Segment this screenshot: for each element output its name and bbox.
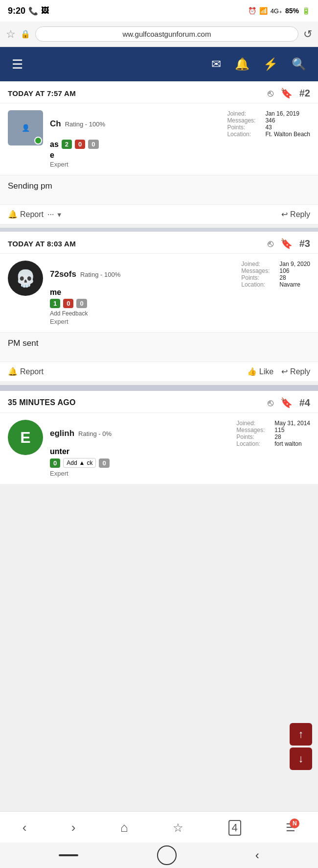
reply-button-2[interactable]: ↩ Reply: [281, 210, 310, 219]
back-icon: ‹: [23, 820, 27, 835]
browser-bar: ☆ 🔒 ww.gulfcoastgunforum.com ↺: [0, 22, 318, 47]
star-icon: ☆: [173, 821, 183, 835]
bell-report-icon-2: 🔔: [8, 210, 18, 219]
username-3: 72sofs: [50, 269, 76, 279]
lock-icon: 🔒: [21, 29, 30, 39]
badge-positive-2: 2: [62, 140, 72, 149]
share-icon-2[interactable]: ⎋: [268, 88, 273, 99]
refresh-icon[interactable]: ↺: [303, 28, 312, 41]
search-icon[interactable]: 🔍: [292, 57, 306, 71]
avatar-4: E: [8, 420, 43, 455]
like-button-3[interactable]: 👍 Like: [247, 367, 273, 376]
phone-icon: 📞: [28, 6, 38, 16]
rating-4: Rating - 0%: [78, 430, 112, 437]
scroll-down-button[interactable]: ↓: [290, 747, 312, 770]
post-card-4: 35 MINUTES AGO ⎋ 🔖 #4 E eglinh Rating - …: [0, 391, 318, 484]
bell-report-icon-3: 🔔: [8, 367, 18, 376]
bolt-icon[interactable]: ⚡: [263, 57, 278, 71]
post-card-2: TODAY AT 7:57 AM ⎋ 🔖 #2 👤 Ch Rating - 10…: [0, 81, 318, 224]
bookmark-icon-3[interactable]: 🔖: [280, 238, 293, 249]
bell-icon[interactable]: 🔔: [235, 57, 250, 71]
battery-icon: 🔋: [302, 7, 310, 15]
username-row-2: Ch Rating - 100% Joined: Jan 16, 2019 Me…: [50, 110, 310, 138]
image-icon: 🖼: [41, 6, 49, 15]
post-number-3: #3: [299, 238, 310, 249]
username-part2-4: unter: [50, 447, 310, 456]
url-bar[interactable]: ww.gulfcoastgunforum.com: [35, 26, 298, 42]
bottom-nav: ‹ › ⌂ ☆ 4 ☰ N: [0, 811, 318, 843]
post-number-4: #4: [299, 397, 310, 409]
share-icon-3[interactable]: ⎋: [268, 238, 273, 249]
post-header-2: TODAY AT 7:57 AM ⎋ 🔖 #2: [0, 81, 318, 103]
alarm-icon: ⏰: [248, 7, 256, 15]
avatar-3: 💀: [8, 261, 43, 296]
footer-left-2: 🔔 Report ··· ▼: [8, 210, 63, 219]
more-button-2[interactable]: ··· ▼: [47, 210, 63, 219]
footer-right-2: ↩ Reply: [281, 210, 310, 219]
nav-home-circle[interactable]: [157, 845, 177, 865]
share-icon-4[interactable]: ⎋: [268, 397, 273, 409]
section-divider-2: [0, 385, 318, 391]
mail-icon[interactable]: ✉: [211, 57, 221, 71]
wifi-icon: 📶: [259, 7, 268, 15]
user-role-2: Expert: [50, 161, 310, 168]
dropdown-arrow-2: ▼: [56, 211, 63, 218]
footer-left-3: 🔔 Report: [8, 367, 44, 376]
hamburger-menu[interactable]: ☰: [12, 57, 23, 72]
nav-indicator-lines[interactable]: [59, 854, 78, 856]
user-stats-2: Joined: Jan 16, 2019 Messages: 346 Point…: [227, 110, 310, 138]
signal-icon: 4G₊: [271, 7, 282, 15]
badge-neutral-4: 0: [99, 458, 109, 468]
user-info-3: 72sofs Rating - 100% Joined: Jan 9, 2020…: [50, 261, 310, 325]
username-4: eglinh: [50, 429, 74, 438]
post-timestamp-4: 35 MINUTES AGO: [8, 398, 76, 407]
notification-badge: N: [290, 819, 299, 828]
user-role-3: Expert: [50, 318, 310, 325]
bookmark-icon-2[interactable]: 🔖: [280, 87, 293, 99]
add-feedback-3[interactable]: Add Feedback: [50, 310, 310, 317]
user-row-2: 👤 Ch Rating - 100% Joined: Jan 16, 2019 …: [0, 103, 318, 175]
post-body-3: PM sent: [0, 332, 318, 362]
report-button-2[interactable]: 🔔 Report: [8, 210, 44, 219]
badge-positive-4: 0: [50, 458, 60, 468]
user-stats-4: Joined: May 31, 2014 Messages: 115 Point…: [236, 420, 310, 447]
avatar-img-3: 💀: [8, 261, 43, 296]
reply-icon-3: ↩: [281, 367, 288, 376]
username-part2-2: as: [50, 140, 59, 149]
nav-back[interactable]: ‹: [23, 820, 27, 835]
nav-menu[interactable]: ☰ N: [286, 821, 295, 834]
badge-row-4: 0 Add ▲ ck 0: [50, 458, 310, 468]
post-card-3: TODAY AT 8:03 AM ⎋ 🔖 #3 💀 72sofs Rating …: [0, 232, 318, 381]
system-nav-bar: ‹: [0, 843, 318, 868]
bookmark-icon-4[interactable]: 🔖: [280, 397, 293, 409]
post-body-2: Sending pm: [0, 175, 318, 204]
status-time: 9:20 📞 🖼: [8, 6, 49, 16]
time-display: 9:20: [8, 6, 25, 16]
reply-button-3[interactable]: ↩ Reply: [281, 367, 310, 376]
post-footer-3: 🔔 Report 👍 Like ↩ Reply: [0, 362, 318, 381]
tooltip-popup-4: Add ▲ ck: [63, 458, 96, 468]
reply-icon-2: ↩: [281, 210, 288, 219]
username-row-4: eglinh Rating - 0% Joined: May 31, 2014 …: [50, 420, 310, 447]
badge-row-2: as 2 0 0: [50, 140, 310, 149]
badge-row-3: 1 0 0: [50, 299, 310, 308]
nav-back-triangle[interactable]: ‹: [255, 848, 259, 862]
post-footer-2: 🔔 Report ··· ▼ ↩ Reply: [0, 204, 318, 224]
section-divider-1: [0, 228, 318, 232]
rating-2: Rating - 100%: [65, 121, 105, 128]
post-timestamp-3: TODAY AT 8:03 AM: [8, 240, 76, 248]
username-part3-2: e: [50, 151, 310, 160]
nav-forward[interactable]: ›: [71, 820, 76, 835]
badge-negative-3: 0: [63, 299, 73, 308]
report-button-3[interactable]: 🔔 Report: [8, 367, 44, 376]
nav-star[interactable]: ☆: [173, 821, 183, 835]
post-timestamp-2: TODAY AT 7:57 AM: [8, 89, 76, 97]
scroll-up-button[interactable]: ↑: [290, 723, 312, 746]
nav-home[interactable]: ⌂: [120, 820, 128, 835]
bookmark-icon[interactable]: ☆: [6, 28, 16, 41]
footer-right-3: 👍 Like ↩ Reply: [247, 367, 310, 376]
badge-neutral-2: 0: [88, 140, 98, 149]
nav-tabs[interactable]: 4: [228, 820, 241, 836]
post-header-3: TODAY AT 8:03 AM ⎋ 🔖 #3: [0, 232, 318, 254]
avatar-2: 👤: [8, 110, 43, 145]
